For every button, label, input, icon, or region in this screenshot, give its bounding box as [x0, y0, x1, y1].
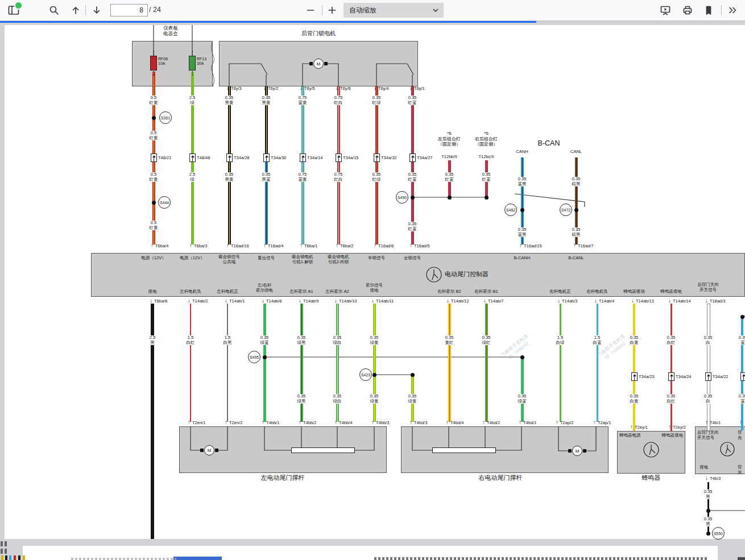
pin-T14ab/4: ↓T14ab/4: [594, 298, 615, 304]
arrow-down-icon: ↓: [446, 298, 449, 304]
pin-T2en/1: ↑T2en/1: [188, 420, 205, 425]
fuse-label: RF06 10A: [158, 57, 168, 66]
connector-label: T34a/22: [713, 374, 729, 379]
plus-icon: [328, 6, 337, 15]
pin-T4b/1: ↑T4b/1: [705, 420, 721, 425]
next-page-blue-bar: [173, 557, 222, 560]
arrow-up-icon: ↑: [374, 243, 376, 248]
arrow-up-icon: ↑: [409, 420, 412, 425]
zoom-select-value: 自动缩放: [349, 6, 376, 15]
wire-spec-label: 0.35 棕黑: [572, 227, 581, 237]
arrow-up-icon: ↑: [225, 420, 227, 425]
pin-T4bb/2: ↑T4bb/2: [299, 420, 316, 425]
pin-T4bd/2: ↑T4bd/2: [482, 420, 500, 425]
search-button[interactable]: [46, 3, 62, 18]
wire-spec-label: 1.5 白绿: [556, 335, 565, 345]
pin-T14ab/10: ↓T14ab/10: [334, 298, 357, 304]
wire-spec-label: 0.35 红蓝: [482, 172, 491, 182]
text: B-CAN: [538, 139, 560, 148]
junction-dot: [372, 373, 376, 377]
text: 右电动尾门撑杆: [479, 474, 523, 482]
print-button[interactable]: [680, 3, 696, 18]
junction-dot: [448, 196, 452, 200]
connector-T34a/32: [374, 154, 380, 162]
pin-T2ey/2: ↑T2ey/2: [668, 424, 686, 430]
previous-page-button[interactable]: [68, 3, 84, 18]
wire-spec-label: 0.35 白: [703, 394, 713, 404]
wire-spec-label: 0.35 黄红: [445, 335, 454, 345]
arrow-down-icon: ↓: [300, 85, 303, 91]
zoom-in-button[interactable]: [324, 3, 340, 18]
circuit-lines: [0, 0, 745, 560]
wire-spec-label: 0.35 黑: [703, 490, 713, 499]
arrow-down-icon: ↓: [409, 85, 412, 91]
sidebar-toggle-button[interactable]: [6, 3, 22, 18]
wire-spec-label: 0.35 红蓝: [408, 222, 417, 231]
bookmark-button[interactable]: [701, 3, 717, 18]
splice-S444: S444: [158, 196, 171, 209]
wire-spec-label: 1.5 白红: [186, 335, 196, 345]
wire: [300, 304, 303, 422]
zoom-out-button[interactable]: [303, 3, 318, 18]
pin-T2en/2: ↑T2en/2: [225, 420, 242, 425]
pin-T4bb/4: ↑T4bb/4: [334, 420, 352, 425]
arrow-down-icon: ↓: [705, 475, 708, 481]
junction-dot: [411, 373, 415, 377]
next-page-button[interactable]: [89, 3, 105, 18]
pin-label: T6ba/4: [155, 243, 168, 248]
connector-label: T48/48: [197, 155, 210, 160]
wiring-diagram: MMMRF06 10ARF13 30AT48/21T48/48T34a/28T3…: [0, 0, 745, 560]
motor-terminal: [309, 62, 313, 65]
wire-spec-label: 1.5 白蓝: [593, 335, 602, 345]
arrow-down-icon: ↓: [150, 298, 152, 304]
fuse-lead: [192, 71, 193, 76]
wire-spec-label: 0.35 黑黄: [262, 96, 271, 105]
connector-T34a/23: [631, 372, 638, 381]
pin-label: T16ad/6: [378, 243, 394, 248]
arrow-up-icon: ↑: [482, 420, 485, 425]
pin-T2ap/2: ↑T2ap/2: [556, 420, 573, 425]
arrow-down-icon: ↓: [336, 85, 338, 91]
pin-T16ad/16: ↑T16ad/16: [226, 243, 249, 248]
junction-dot: [520, 208, 524, 212]
arrow-up-icon: ↑: [593, 420, 596, 425]
arrow-up-icon: [71, 5, 81, 15]
pin-T6y/2: ↓T6y/2: [263, 85, 279, 91]
pin-label: T16ad/3: [710, 298, 726, 304]
pin-label: T14ab/9: [303, 298, 319, 304]
wire-spec-label: 0.5 红黄: [149, 131, 159, 140]
zoom-select[interactable]: 自动缩放: [343, 3, 444, 18]
junction-dot: [152, 201, 156, 205]
pin-label: T14ab/14: [673, 298, 691, 304]
presentation-mode-button[interactable]: [657, 3, 673, 18]
arrow-up-icon: ↑: [151, 243, 154, 248]
pin-label: T6y/4: [378, 85, 389, 91]
wire: [373, 304, 376, 422]
next-page-wire-stub: [18, 555, 20, 560]
wire-spec-label: 0.35 绿蓝: [518, 394, 527, 404]
pin-T2ey/1: ↑T2ey/1: [630, 424, 648, 430]
splice-S361: S361: [159, 111, 172, 124]
arrow-down-icon: ↓: [299, 298, 301, 304]
pin-label: T4bd/3: [414, 420, 427, 425]
wire: [560, 304, 561, 422]
wire: [485, 304, 488, 422]
connector-label: T34a/28: [234, 155, 250, 160]
pin-label: T6ba/6: [154, 298, 167, 304]
separator: [721, 5, 722, 15]
connector-T34a/22: [705, 372, 711, 381]
connector-label: T34a/30: [271, 155, 287, 160]
arrow-down-icon: ↓: [374, 85, 376, 91]
wire-spec-label: 2.5 绿: [189, 96, 196, 105]
arrow-down-icon: ↓: [705, 298, 708, 304]
more-tools-button[interactable]: [725, 3, 740, 18]
text: *6 右后组合灯 （固定侧）: [475, 131, 498, 147]
pin-label: T14ab/3: [562, 298, 578, 304]
arrow-down-icon: ↓: [557, 298, 560, 304]
next-page-wire-stub: [23, 555, 25, 560]
pin-T14ab/11: ↓T14ab/11: [371, 298, 394, 304]
connector-T34a/28: [226, 154, 233, 162]
connector-T34a/15: [336, 154, 342, 162]
page-number-input[interactable]: [110, 4, 148, 16]
toolbar: / 24 自动缩放: [0, 0, 745, 21]
